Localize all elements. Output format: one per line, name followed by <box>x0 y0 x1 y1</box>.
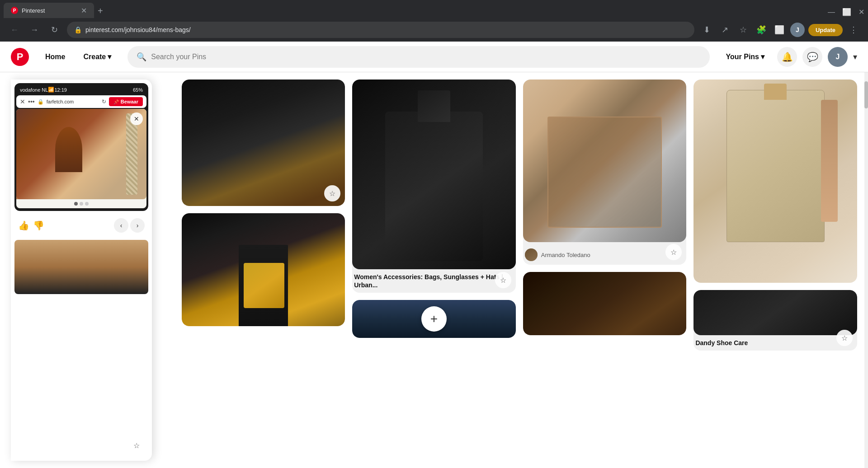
phone-content: ✕ <box>16 109 146 208</box>
phone-dot-2[interactable] <box>80 202 83 206</box>
add-pin-button[interactable]: + <box>421 306 447 332</box>
search-icon: 🔍 <box>137 52 146 62</box>
your-pins-button[interactable]: Your Pins ▾ <box>719 49 772 65</box>
search-input[interactable] <box>151 53 700 61</box>
pin-card-hermes-bag[interactable]: ☆ Armando Toledano <box>523 80 687 265</box>
tab-title: Pinterest <box>22 7 77 14</box>
forward-button[interactable]: → <box>27 23 42 37</box>
address-bar[interactable]: 🔒 <box>67 22 694 38</box>
phone-refresh-icon[interactable]: ↻ <box>102 98 106 105</box>
phone-signal-icon: 📶 <box>48 87 54 93</box>
reload-button[interactable]: ↻ <box>47 23 61 37</box>
pin-title-big-backpack: Women's Accessories: Bags, Sunglasses + … <box>354 273 514 289</box>
notifications-button[interactable]: 🔔 <box>777 47 797 67</box>
window-restore-button[interactable]: ⬜ <box>842 8 851 16</box>
user-avatar[interactable]: J <box>828 47 848 67</box>
search-bar[interactable]: 🔍 <box>127 46 709 68</box>
pin-detail-bottom-area: ☆ <box>11 236 152 461</box>
window-close-button[interactable]: ✕ <box>859 8 864 16</box>
masonry-layout: vodafone NL 📶 12:19 65% ✕ ••• 🔒 <box>11 80 857 461</box>
menu-icon[interactable]: ⋮ <box>846 23 861 37</box>
expand-menu-icon[interactable]: ▾ <box>853 52 857 62</box>
pinterest-app: P Home Create ▾ 🔍 Your Pins ▾ 🔔 💬 <box>0 42 868 468</box>
phone-bag-image: ✕ <box>16 109 146 199</box>
pin-info-dandy: Dandy Shoe Care <box>693 335 857 351</box>
home-nav-button[interactable]: Home <box>38 49 72 65</box>
phone-status-bar: vodafone NL 📶 12:19 65% <box>16 85 146 94</box>
url-input[interactable] <box>85 26 687 33</box>
pinterest-logo[interactable]: P <box>11 48 29 66</box>
back-button[interactable]: ← <box>7 23 22 37</box>
update-button[interactable]: Update <box>808 24 843 36</box>
phone-browser-bar: ✕ ••• 🔒 farfetch.com ↻ 📌 Bewaar <box>16 95 146 108</box>
thumbs-up-button[interactable]: 👍 <box>18 220 29 231</box>
phone-image-close-button[interactable]: ✕ <box>130 112 143 125</box>
browser-toolbar: ← → ↻ 🔒 ⬇ ↗ ☆ 🧩 ⬜ J Update ⋮ <box>0 18 868 42</box>
browser-window: Pinterest ✕ + — ⬜ ✕ ← → ↻ 🔒 ⬇ ↗ ☆ 🧩 ⬜ J … <box>0 0 868 468</box>
pin-card-black-backpack-open[interactable]: ☆ <box>182 80 345 206</box>
phone-time: 12:19 <box>54 87 67 93</box>
pin-card-jeans-bag[interactable]: + <box>352 300 516 338</box>
author-avatar-armando <box>525 248 538 261</box>
phone-menu-dots[interactable]: ••• <box>28 98 35 105</box>
next-arrow-button[interactable]: › <box>130 218 145 233</box>
pin-detail-actions: 👍 👎 ‹ › <box>11 215 152 236</box>
pin-save-star-button[interactable]: ☆ <box>128 437 145 454</box>
sidebar-toggle-icon[interactable]: ⬜ <box>772 23 787 37</box>
toolbar-actions: ⬇ ↗ ☆ 🧩 ⬜ J Update ⋮ <box>700 23 861 37</box>
bookmark-icon[interactable]: ☆ <box>736 23 750 37</box>
download-icon[interactable]: ⬇ <box>700 23 714 37</box>
tab-bar: Pinterest ✕ + — ⬜ ✕ <box>0 0 868 18</box>
pin-author-hermes: Armando Toledano <box>525 248 685 261</box>
extensions-icon[interactable]: 🧩 <box>754 23 769 37</box>
pin-bookmark-button-dandy[interactable]: ☆ <box>836 330 853 346</box>
pin-bookmark-button-big-backpack[interactable]: ☆ <box>495 272 511 288</box>
phone-url-display: farfetch.com <box>47 99 99 104</box>
phone-save-button[interactable]: 📌 Bewaar <box>109 97 143 106</box>
pins-grid: vodafone NL 📶 12:19 65% ✕ ••• 🔒 <box>0 72 868 468</box>
pinterest-header: P Home Create ▾ 🔍 Your Pins ▾ 🔔 💬 <box>0 42 868 72</box>
phone-network: vodafone NL <box>20 87 48 93</box>
phone-dot-3[interactable] <box>85 202 89 206</box>
pin-info-hermes: Armando Toledano <box>523 242 687 265</box>
pin-card-beige-backpack[interactable] <box>693 80 857 283</box>
phone-dot-1[interactable] <box>74 202 78 206</box>
reaction-buttons: 👍 👎 <box>18 220 44 231</box>
new-tab-button[interactable]: + <box>98 6 103 16</box>
phone-close-x-icon[interactable]: ✕ <box>20 98 25 105</box>
phone-image-dots <box>16 199 146 208</box>
author-name-armando: Armando Toledano <box>541 252 590 258</box>
main-content: vodafone NL 📶 12:19 65% ✕ ••• 🔒 <box>0 72 868 468</box>
pin-card-dandy[interactable]: ☆ Dandy Shoe Care <box>693 290 857 351</box>
masonry-col-5: ☆ Dandy Shoe Care <box>693 80 857 461</box>
browser-tab-pinterest[interactable]: Pinterest ✕ <box>4 3 94 18</box>
header-nav: Home Create ▾ <box>38 49 118 65</box>
thumbs-down-button[interactable]: 👎 <box>33 220 44 231</box>
masonry-col-3: ☆ Women's Accessories: Bags, Sunglasses … <box>352 80 516 461</box>
masonry-col-4: ☆ Armando Toledano <box>523 80 687 461</box>
pin-bookmark-button-open-backpack[interactable]: ☆ <box>324 185 340 201</box>
logo-letter: P <box>17 51 24 63</box>
messages-button[interactable]: 💬 <box>802 47 822 67</box>
pinterest-favicon <box>11 7 18 14</box>
profile-avatar[interactable]: J <box>790 23 805 37</box>
page-scrollbar[interactable] <box>864 72 868 468</box>
navigation-arrows: ‹ › <box>114 218 145 233</box>
scrollbar-thumb[interactable] <box>864 81 868 108</box>
masonry-col-1: vodafone NL 📶 12:19 65% ✕ ••• 🔒 <box>11 80 175 461</box>
window-minimize-button[interactable]: — <box>828 8 835 16</box>
share-icon[interactable]: ↗ <box>718 23 732 37</box>
pin-detail-panel: vodafone NL 📶 12:19 65% ✕ ••• 🔒 <box>11 80 152 461</box>
create-nav-button[interactable]: Create ▾ <box>76 49 118 65</box>
masonry-col-2: ☆ <box>182 80 345 461</box>
tab-close-button[interactable]: ✕ <box>81 6 87 15</box>
pin-card-golden-briefcase[interactable] <box>182 213 345 326</box>
phone-mockup: vodafone NL 📶 12:19 65% ✕ ••• 🔒 <box>14 83 148 211</box>
pin-card-leather-jacket[interactable] <box>523 272 687 335</box>
pin-title-dandy: Dandy Shoe Care <box>695 339 855 347</box>
security-lock-icon: 🔒 <box>74 26 82 33</box>
pin-card-big-black-backpack[interactable]: ☆ Women's Accessories: Bags, Sunglasses … <box>352 80 516 293</box>
prev-arrow-button[interactable]: ‹ <box>114 218 128 233</box>
header-right: Your Pins ▾ 🔔 💬 J ▾ <box>719 47 858 67</box>
pin-detail-bottom-image <box>14 240 148 294</box>
